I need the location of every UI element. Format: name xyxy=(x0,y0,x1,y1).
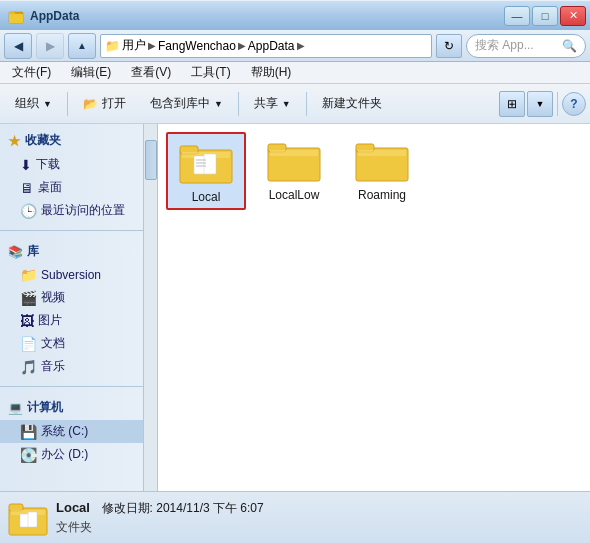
recent-label: 最近访问的位置 xyxy=(41,202,125,219)
drive-c-label: 系统 (C:) xyxy=(41,423,88,440)
toolbar-separator-4 xyxy=(557,92,558,116)
svg-rect-21 xyxy=(28,512,37,527)
menu-edit[interactable]: 编辑(E) xyxy=(63,62,119,83)
folder-roaming-label: Roaming xyxy=(358,188,406,202)
folder-local-label: Local xyxy=(192,190,221,204)
path-arrow-1: ▶ xyxy=(148,40,156,51)
minimize-button[interactable]: — xyxy=(504,6,530,26)
menu-tools[interactable]: 工具(T) xyxy=(183,62,238,83)
sidebar-scrollbar[interactable] xyxy=(143,124,157,491)
toolbar-separator-3 xyxy=(306,92,307,116)
sidebar-section-library: 📚 库 📁 Subversion 🎬 视频 🖼 图片 📄 文档 🎵 音乐 xyxy=(0,235,157,382)
refresh-button[interactable]: ↻ xyxy=(436,34,462,58)
sidebar-item-office-d[interactable]: 💽 办公 (D:) xyxy=(0,443,157,466)
path-segment-root: 用户 ▶ xyxy=(122,37,156,54)
forward-button[interactable]: ▶ xyxy=(36,33,64,59)
help-button[interactable]: ? xyxy=(562,92,586,116)
status-folder-icon xyxy=(8,498,48,538)
svg-rect-7 xyxy=(204,154,216,174)
organize-arrow-icon: ▼ xyxy=(43,99,52,109)
path-segment-user: FangWenchao ▶ xyxy=(158,39,246,53)
sidebar-item-music[interactable]: 🎵 音乐 xyxy=(0,355,157,378)
new-folder-button[interactable]: 新建文件夹 xyxy=(311,88,393,120)
documents-icon: 📄 xyxy=(20,336,37,352)
folder-locallow-label: LocalLow xyxy=(269,188,320,202)
subversion-icon: 📁 xyxy=(20,267,37,283)
svg-rect-16 xyxy=(358,150,406,156)
folder-item-roaming[interactable]: Roaming xyxy=(342,132,422,210)
status-type: 文件夹 xyxy=(56,519,264,536)
path-user-label: FangWenchao xyxy=(158,39,236,53)
sidebar-header-library[interactable]: 📚 库 xyxy=(0,239,157,264)
sidebar-scroll-thumb[interactable] xyxy=(145,140,157,180)
recent-icon: 🕒 xyxy=(20,203,37,219)
toolbar-separator-2 xyxy=(238,92,239,116)
toolbar-right: ⊞ ▼ ? xyxy=(499,91,586,117)
video-icon: 🎬 xyxy=(20,290,37,306)
sidebar-item-documents[interactable]: 📄 文档 xyxy=(0,332,157,355)
search-icon: 🔍 xyxy=(562,39,577,53)
address-path[interactable]: 📁 用户 ▶ FangWenchao ▶ AppData ▶ xyxy=(100,34,432,58)
path-arrow-2: ▶ xyxy=(238,40,246,51)
title-bar-left: AppData xyxy=(8,8,79,24)
drive-d-icon: 💽 xyxy=(20,447,37,463)
sidebar-header-favorites[interactable]: ★ 收藏夹 xyxy=(0,128,157,153)
folder-item-locallow[interactable]: LocalLow xyxy=(254,132,334,210)
status-detail-text: 修改日期: 2014/11/3 下午 6:07 xyxy=(102,501,264,515)
open-button[interactable]: 📂 打开 xyxy=(72,88,137,120)
favorites-star-icon: ★ xyxy=(8,133,21,149)
sidebar: ★ 收藏夹 ⬇ 下载 🖥 桌面 🕒 最近访问的位置 📚 库 xyxy=(0,124,158,491)
up-button[interactable]: ▲ xyxy=(68,33,96,59)
back-button[interactable]: ◀ xyxy=(4,33,32,59)
maximize-button[interactable]: □ xyxy=(532,6,558,26)
svg-rect-13 xyxy=(270,150,318,156)
sidebar-item-pictures[interactable]: 🖼 图片 xyxy=(0,309,157,332)
share-arrow-icon: ▼ xyxy=(282,99,291,109)
main-content: ★ 收藏夹 ⬇ 下载 🖥 桌面 🕒 最近访问的位置 📚 库 xyxy=(0,124,590,491)
include-in-library-button[interactable]: 包含到库中 ▼ xyxy=(139,88,234,120)
path-appdata-label: AppData xyxy=(248,39,295,53)
downloads-label: 下载 xyxy=(36,156,60,173)
organize-button[interactable]: 组织 ▼ xyxy=(4,88,63,120)
sidebar-section-favorites: ★ 收藏夹 ⬇ 下载 🖥 桌面 🕒 最近访问的位置 xyxy=(0,124,157,226)
menu-help[interactable]: 帮助(H) xyxy=(243,62,300,83)
drive-c-icon: 💾 xyxy=(20,424,37,440)
sidebar-item-desktop[interactable]: 🖥 桌面 xyxy=(0,176,157,199)
pictures-icon: 🖼 xyxy=(20,313,34,329)
documents-label: 文档 xyxy=(41,335,65,352)
video-label: 视频 xyxy=(41,289,65,306)
share-button[interactable]: 共享 ▼ xyxy=(243,88,302,120)
file-area[interactable]: Local LocalLow Roaming xyxy=(158,124,590,491)
computer-label: 计算机 xyxy=(27,399,63,416)
view-dropdown-button[interactable]: ▼ xyxy=(527,91,553,117)
sidebar-item-subversion[interactable]: 📁 Subversion xyxy=(0,264,157,286)
include-label: 包含到库中 xyxy=(150,95,210,112)
view-toggle-button[interactable]: ⊞ xyxy=(499,91,525,117)
drive-d-label: 办公 (D:) xyxy=(41,446,88,463)
sidebar-item-downloads[interactable]: ⬇ 下载 xyxy=(0,153,157,176)
computer-icon: 💻 xyxy=(8,401,23,415)
status-folder-name: Local xyxy=(56,500,90,515)
search-placeholder: 搜索 App... xyxy=(475,37,534,54)
close-button[interactable]: ✕ xyxy=(560,6,586,26)
sidebar-item-recent[interactable]: 🕒 最近访问的位置 xyxy=(0,199,157,222)
search-box[interactable]: 搜索 App... 🔍 xyxy=(466,34,586,58)
path-root-label: 用户 xyxy=(122,37,146,54)
sidebar-item-video[interactable]: 🎬 视频 xyxy=(0,286,157,309)
folder-item-local[interactable]: Local xyxy=(166,132,246,210)
folder-icon-local xyxy=(178,138,234,186)
svg-rect-2 xyxy=(9,14,23,23)
menu-file[interactable]: 文件(F) xyxy=(4,62,59,83)
library-label: 库 xyxy=(27,243,39,260)
sidebar-item-system-c[interactable]: 💾 系统 (C:) xyxy=(0,420,157,443)
sidebar-header-computer[interactable]: 💻 计算机 xyxy=(0,395,157,420)
subversion-label: Subversion xyxy=(41,268,101,282)
downloads-icon: ⬇ xyxy=(20,157,32,173)
path-segment-appdata: AppData ▶ xyxy=(248,39,305,53)
status-text: Local 修改日期: 2014/11/3 下午 6:07 文件夹 xyxy=(56,500,264,536)
menu-view[interactable]: 查看(V) xyxy=(123,62,179,83)
new-folder-label: 新建文件夹 xyxy=(322,95,382,112)
sidebar-divider-2 xyxy=(0,386,157,387)
toolbar: 组织 ▼ 📂 打开 包含到库中 ▼ 共享 ▼ 新建文件夹 ⊞ ▼ ? xyxy=(0,84,590,124)
menu-bar: 文件(F) 编辑(E) 查看(V) 工具(T) 帮助(H) xyxy=(0,62,590,84)
